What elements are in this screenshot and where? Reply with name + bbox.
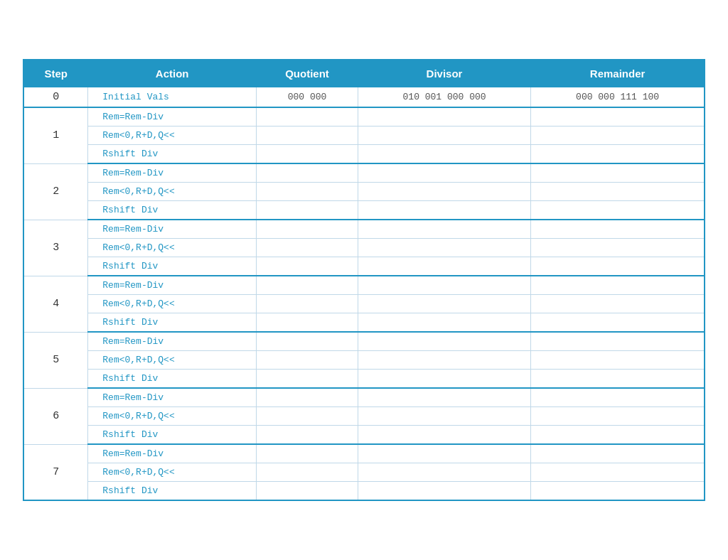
divisor-step-7-2 bbox=[358, 482, 530, 501]
action-step-3-0: Rem=Rem-Div bbox=[88, 220, 257, 239]
quotient-0: 000 000 bbox=[257, 87, 358, 108]
divisor-step-2-0 bbox=[358, 163, 530, 183]
divisor-step-5-2 bbox=[358, 370, 530, 389]
table-row: 7Rem=Rem-Div bbox=[23, 444, 705, 463]
header-row: Step Action Quotient Divisor Remainder bbox=[23, 60, 705, 87]
remainder-step-4-0 bbox=[531, 276, 705, 295]
divisor-step-1-2 bbox=[358, 145, 530, 164]
action-step-4-0: Rem=Rem-Div bbox=[88, 276, 257, 295]
action-step-4-1: Rem<0,R+D,Q<< bbox=[88, 295, 257, 313]
step-3: 3 bbox=[23, 220, 88, 276]
quotient-step-3-1 bbox=[257, 239, 358, 257]
divisor-step-3-1 bbox=[358, 239, 530, 257]
step-6: 6 bbox=[23, 388, 88, 444]
remainder-step-7-2 bbox=[531, 482, 705, 501]
divisor-step-3-0 bbox=[358, 220, 530, 239]
step-7: 7 bbox=[23, 444, 88, 500]
remainder-step-3-0 bbox=[531, 220, 705, 239]
action-step-5-1: Rem<0,R+D,Q<< bbox=[88, 351, 257, 370]
action-step-5-2: Rshift Div bbox=[88, 370, 257, 389]
action-step-1-0: Rem=Rem-Div bbox=[88, 107, 257, 126]
action-initial: Initial Vals bbox=[88, 87, 257, 108]
action-step-6-1: Rem<0,R+D,Q<< bbox=[88, 407, 257, 426]
quotient-step-5-2 bbox=[257, 370, 358, 389]
table-row: Rshift Div bbox=[23, 313, 705, 333]
table-row: Rem<0,R+D,Q<< bbox=[23, 351, 705, 370]
quotient-step-7-0 bbox=[257, 444, 358, 463]
quotient-step-1-1 bbox=[257, 126, 358, 145]
header-divisor: Divisor bbox=[358, 60, 530, 87]
table-row: Rem<0,R+D,Q<< bbox=[23, 407, 705, 426]
divisor-step-4-2 bbox=[358, 313, 530, 333]
action-step-1-2: Rshift Div bbox=[88, 145, 257, 164]
action-step-3-2: Rshift Div bbox=[88, 257, 257, 276]
remainder-step-1-1 bbox=[531, 126, 705, 145]
action-step-7-2: Rshift Div bbox=[88, 482, 257, 501]
action-step-7-0: Rem=Rem-Div bbox=[88, 444, 257, 463]
table-row: Rshift Div bbox=[23, 370, 705, 389]
quotient-step-6-0 bbox=[257, 388, 358, 407]
remainder-step-6-1 bbox=[531, 407, 705, 426]
table-row: 4Rem=Rem-Div bbox=[23, 276, 705, 295]
action-step-6-0: Rem=Rem-Div bbox=[88, 388, 257, 407]
quotient-step-3-2 bbox=[257, 257, 358, 276]
remainder-step-6-2 bbox=[531, 426, 705, 445]
quotient-step-1-2 bbox=[257, 145, 358, 164]
step-0: 0 bbox=[23, 87, 88, 108]
divisor-step-2-2 bbox=[358, 201, 530, 220]
quotient-step-2-2 bbox=[257, 201, 358, 220]
header-step: Step bbox=[23, 60, 88, 87]
quotient-step-3-0 bbox=[257, 220, 358, 239]
table-row: Rshift Div bbox=[23, 201, 705, 220]
step-2: 2 bbox=[23, 163, 88, 220]
table-row: 1Rem=Rem-Div bbox=[23, 107, 705, 126]
divisor-step-6-1 bbox=[358, 407, 530, 426]
action-step-3-1: Rem<0,R+D,Q<< bbox=[88, 239, 257, 257]
table-row: 0 Initial Vals 000 000 010 001 000 000 0… bbox=[23, 87, 705, 108]
quotient-step-7-1 bbox=[257, 463, 358, 482]
table-wrapper: Step Action Quotient Divisor Remainder 0… bbox=[23, 59, 705, 501]
divisor-step-3-2 bbox=[358, 257, 530, 276]
table-row: Rshift Div bbox=[23, 257, 705, 276]
quotient-step-6-2 bbox=[257, 426, 358, 445]
remainder-step-4-2 bbox=[531, 313, 705, 333]
remainder-0: 000 000 111 100 bbox=[531, 87, 705, 108]
divisor-step-6-2 bbox=[358, 426, 530, 445]
remainder-step-2-2 bbox=[531, 201, 705, 220]
table-row: 6Rem=Rem-Div bbox=[23, 388, 705, 407]
remainder-step-3-1 bbox=[531, 239, 705, 257]
remainder-step-7-1 bbox=[531, 463, 705, 482]
action-step-2-0: Rem=Rem-Div bbox=[88, 163, 257, 183]
step-5: 5 bbox=[23, 332, 88, 388]
action-step-2-2: Rshift Div bbox=[88, 201, 257, 220]
quotient-step-4-2 bbox=[257, 313, 358, 333]
table-row: Rem<0,R+D,Q<< bbox=[23, 463, 705, 482]
table-row: 3Rem=Rem-Div bbox=[23, 220, 705, 239]
table-row: Rem<0,R+D,Q<< bbox=[23, 239, 705, 257]
remainder-step-6-0 bbox=[531, 388, 705, 407]
quotient-step-2-0 bbox=[257, 163, 358, 183]
quotient-step-5-1 bbox=[257, 351, 358, 370]
divisor-step-7-1 bbox=[358, 463, 530, 482]
table-row: Rshift Div bbox=[23, 145, 705, 164]
quotient-step-7-2 bbox=[257, 482, 358, 501]
divisor-step-5-1 bbox=[358, 351, 530, 370]
remainder-step-2-1 bbox=[531, 183, 705, 201]
divisor-step-5-0 bbox=[358, 332, 530, 351]
remainder-step-1-2 bbox=[531, 145, 705, 164]
divisor-step-7-0 bbox=[358, 444, 530, 463]
divisor-step-6-0 bbox=[358, 388, 530, 407]
remainder-step-5-2 bbox=[531, 370, 705, 389]
table-row: Rem<0,R+D,Q<< bbox=[23, 295, 705, 313]
divisor-step-2-1 bbox=[358, 183, 530, 201]
remainder-step-5-1 bbox=[531, 351, 705, 370]
header-action: Action bbox=[88, 60, 257, 87]
remainder-step-2-0 bbox=[531, 163, 705, 183]
division-table: Step Action Quotient Divisor Remainder 0… bbox=[23, 59, 705, 501]
header-quotient: Quotient bbox=[257, 60, 358, 87]
remainder-step-3-2 bbox=[531, 257, 705, 276]
quotient-step-1-0 bbox=[257, 107, 358, 126]
action-step-4-2: Rshift Div bbox=[88, 313, 257, 333]
action-step-6-2: Rshift Div bbox=[88, 426, 257, 445]
table-row: Rshift Div bbox=[23, 482, 705, 501]
